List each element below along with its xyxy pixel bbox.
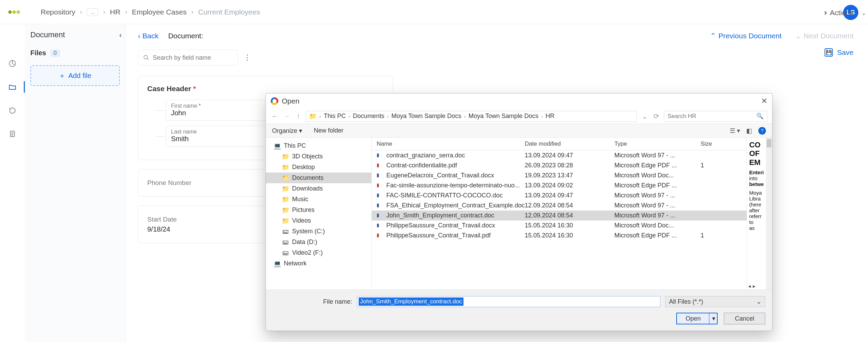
path-segment[interactable]: Moya Town Sample Docs	[469, 113, 539, 120]
chevron-down-icon: ⌄	[756, 298, 761, 305]
tree-item[interactable]: 🖴System (C:)	[266, 226, 371, 237]
new-folder-button[interactable]: New folder	[314, 127, 343, 135]
preview-prev-icon[interactable]: ◂	[748, 283, 751, 289]
refresh-icon[interactable]: ⟳	[652, 112, 660, 120]
col-name[interactable]: Name	[377, 140, 525, 147]
doc-icon: ▮	[377, 202, 383, 209]
file-list-header[interactable]: Name Date modified Type Size	[372, 138, 747, 150]
filetype-filter[interactable]: All Files (*.*) ⌄	[665, 296, 765, 307]
disk-icon: 🖴	[282, 250, 289, 256]
tree-item[interactable]: 📁Documents	[266, 173, 371, 183]
file-row[interactable]: ▮FSA_Ethical_Employment_Contract_Example…	[372, 201, 747, 211]
search-input[interactable]	[138, 50, 238, 66]
preview-pane-icon[interactable]: ◧	[746, 127, 752, 135]
chevron-down-icon[interactable]: ▾	[712, 315, 715, 322]
actions-label[interactable]: Actions	[830, 9, 854, 17]
save-icon[interactable]: 💾	[825, 48, 833, 57]
help-icon[interactable]: ?	[758, 127, 766, 135]
tree-item[interactable]: 📁Desktop	[266, 162, 371, 173]
dialog-search-input[interactable]: 🔍	[664, 111, 767, 122]
back-button[interactable]: ‹ Back	[138, 32, 159, 40]
chevron-down-icon[interactable]: ⌄	[862, 10, 866, 16]
close-icon[interactable]: ✕	[761, 97, 767, 106]
prev-document-button[interactable]: ⌃ Previous Document	[710, 32, 781, 40]
open-button[interactable]: Open ▾	[676, 313, 718, 324]
preview-next-icon[interactable]: ▸	[753, 283, 755, 289]
cancel-button[interactable]: Cancel	[724, 313, 765, 324]
col-type[interactable]: Type	[614, 140, 700, 147]
add-file-button[interactable]: ＋ Add file	[30, 65, 120, 86]
kebab-menu-icon[interactable]: ⋮	[243, 53, 251, 62]
view-list-icon[interactable]: ☰ ▾	[730, 127, 740, 135]
tree-item[interactable]: 📁Downloads	[266, 183, 371, 194]
preview-scrollbar[interactable]	[766, 138, 772, 290]
collapse-icon[interactable]: ‹‹	[119, 31, 120, 39]
nav-up-icon[interactable]: ↑	[294, 112, 302, 120]
dialog-nav: ← → ↑ 📁 ›This PC›Documents›Moya Town Sam…	[266, 109, 772, 124]
filename-value: John_Smith_Employment_contract.doc	[359, 297, 463, 306]
clipboard-icon[interactable]	[8, 129, 17, 139]
folder-icon: 📁	[282, 175, 289, 181]
file-open-dialog: Open ✕ ← → ↑ 📁 ›This PC›Documents›Moya T…	[266, 93, 772, 331]
chevron-down-icon: ⌄	[795, 32, 804, 40]
breadcrumb-item[interactable]: Current Employees	[198, 8, 260, 16]
chart-icon[interactable]	[8, 59, 17, 68]
tree-item[interactable]: 📁Pictures	[266, 205, 371, 215]
breadcrumb-item[interactable]: HR	[110, 8, 120, 16]
filename-label: File name:	[323, 298, 352, 305]
file-row[interactable]: ▮PhilippeSaussure_Contrat_Travail.docx15…	[372, 221, 747, 231]
path-segment[interactable]: Documents	[353, 113, 384, 120]
file-list: Name Date modified Type Size ▮contract_g…	[372, 138, 747, 290]
tree-item[interactable]: 🖴Data (D:)	[266, 237, 371, 247]
document-label: Document:	[168, 32, 203, 40]
path-breadcrumb[interactable]: 📁 ›This PC›Documents›Moya Town Sample Do…	[306, 111, 637, 122]
search-input-field[interactable]	[153, 54, 233, 61]
folder-icon: 📁	[282, 164, 289, 170]
app-header: Repository›...›HR›Employee Cases›Current…	[0, 0, 868, 24]
col-modified[interactable]: Date modified	[525, 140, 614, 147]
files-row: Files 0	[30, 49, 120, 57]
breadcrumb-item[interactable]: Employee Cases	[132, 8, 187, 16]
file-row[interactable]: ▮FAC-SIMILE-CONTRATTO-COCOCO.doc13.09.20…	[372, 190, 747, 201]
preview-pane: CO OF EM Enteri into betwe Moya Libra (h…	[747, 138, 772, 290]
tree-item[interactable]: 💻Network	[266, 258, 371, 269]
folder-tree[interactable]: 💻This PC📁3D Objects📁Desktop📁Documents📁Do…	[266, 138, 372, 290]
add-file-label: Add file	[68, 72, 91, 80]
file-row[interactable]: ▮PhilippeSaussure_Contrat_Travail.pdf15.…	[372, 231, 747, 241]
save-button[interactable]: Save	[837, 48, 854, 57]
nav-back-icon[interactable]: ←	[271, 112, 279, 120]
chevron-right-icon: ›	[103, 9, 105, 15]
col-size[interactable]: Size	[700, 140, 742, 147]
tree-item[interactable]: 📁3D Objects	[266, 151, 371, 162]
breadcrumb-item[interactable]: ...	[87, 8, 99, 16]
sidebar-title: Document	[30, 30, 65, 39]
filename-input[interactable]: John_Smith_Employment_contract.doc	[357, 296, 660, 307]
folder-icon[interactable]	[8, 82, 17, 92]
tree-item[interactable]: 💻This PC	[266, 140, 371, 151]
required-asterisk: *	[193, 85, 196, 92]
file-row[interactable]: ▮Contrat-confidentialite.pdf26.09.2023 0…	[372, 160, 747, 170]
organize-button[interactable]: Organize ▾	[272, 127, 302, 135]
path-dropdown-icon[interactable]: ⌄	[640, 112, 649, 120]
refresh-icon[interactable]	[8, 106, 17, 115]
chevron-right-icon: ›	[125, 9, 127, 15]
tree-item[interactable]: 📁Music	[266, 194, 371, 205]
document-sidebar: Document ‹‹ Files 0 ＋ Add file	[25, 24, 126, 342]
path-segment[interactable]: This PC	[324, 113, 346, 120]
svg-point-2	[144, 55, 148, 59]
file-row[interactable]: ▮contract_graziano_serra.doc13.09.2024 0…	[372, 150, 747, 160]
pc-icon: 💻	[274, 143, 280, 149]
folder-icon: 📁	[282, 218, 289, 224]
file-row[interactable]: ▮Fac-simile-assunzione-tempo-determinato…	[372, 180, 747, 190]
tree-item[interactable]: 🖴Video2 (F:)	[266, 247, 371, 258]
file-row[interactable]: ▮John_Smith_Employment_contract.doc12.09…	[372, 211, 747, 221]
expand-icon[interactable]: ››	[824, 8, 825, 17]
card-title: Case Header	[147, 85, 191, 92]
tree-item[interactable]: 📁Videos	[266, 215, 371, 226]
folder-icon: 📁	[282, 196, 289, 203]
path-segment[interactable]: Moya Town Sample Docs	[391, 113, 461, 120]
breadcrumb-item[interactable]: Repository	[41, 8, 75, 16]
dialog-footer: File name: John_Smith_Employment_contrac…	[266, 290, 772, 331]
path-segment[interactable]: HR	[546, 113, 555, 120]
file-row[interactable]: ▮EugeneDelacroix_Contrat_Travail.docx19.…	[372, 170, 747, 180]
